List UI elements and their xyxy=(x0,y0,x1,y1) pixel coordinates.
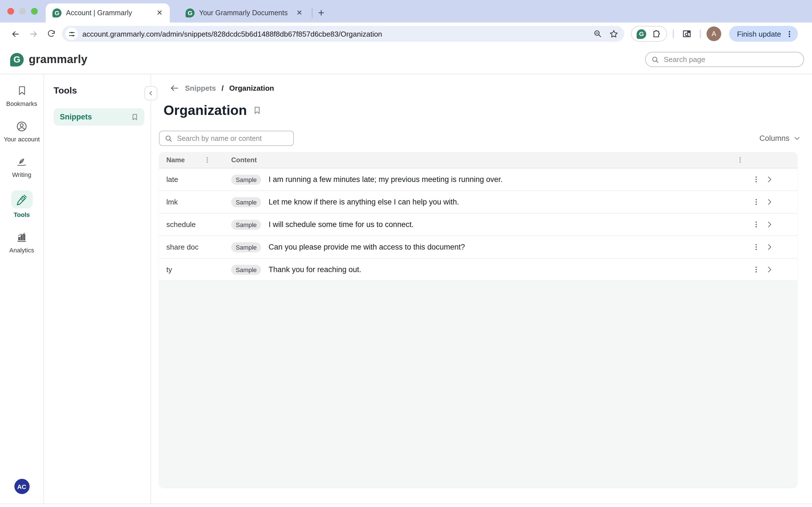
snippet-content: I will schedule some time for us to conn… xyxy=(269,220,752,229)
table-row[interactable]: ty Sample Thank you for reaching out. xyxy=(159,259,797,281)
collapse-panel-button[interactable] xyxy=(144,86,157,100)
screen: G Account | Grammarly ✕ G Your Grammarly… xyxy=(0,0,812,507)
back-arrow-icon[interactable] xyxy=(170,83,179,93)
extensions-puzzle-icon[interactable] xyxy=(652,29,661,39)
column-header-content[interactable]: Content xyxy=(231,156,737,164)
chevron-right-icon[interactable] xyxy=(765,243,774,251)
tab-account-grammarly[interactable]: G Account | Grammarly ✕ xyxy=(46,3,170,22)
row-menu-kebab-icon[interactable] xyxy=(752,220,760,229)
tab-title: Account | Grammarly xyxy=(66,9,151,17)
grammarly-favicon: G xyxy=(186,8,195,17)
chevron-right-icon[interactable] xyxy=(765,198,774,206)
tools-panel-title: Tools xyxy=(54,86,144,96)
toolbar-separator xyxy=(673,29,674,38)
table-row[interactable]: schedule Sample I will schedule some tim… xyxy=(159,214,797,236)
fullscreen-window-button[interactable] xyxy=(31,8,38,15)
browser-profile-avatar[interactable]: A xyxy=(707,26,721,41)
row-menu-kebab-icon[interactable] xyxy=(752,198,760,206)
sidebar-item-bookmarks[interactable]: Bookmarks xyxy=(0,84,43,107)
column-header-name[interactable]: Name xyxy=(159,156,204,164)
search-icon xyxy=(651,55,659,63)
reload-button[interactable] xyxy=(44,26,59,41)
sample-badge: Sample xyxy=(231,265,261,275)
site-info-icon[interactable] xyxy=(65,27,78,40)
grammarly-header: G grammarly xyxy=(0,45,812,74)
bookmark-star-icon[interactable] xyxy=(609,29,619,39)
sample-badge: Sample xyxy=(231,197,261,207)
snippet-name: schedule xyxy=(159,220,231,229)
table-row[interactable]: lmk Sample Let me know if there is anyth… xyxy=(159,191,797,214)
columns-dropdown[interactable]: Columns xyxy=(759,134,801,143)
sidebar-item-label: Your account xyxy=(4,136,40,143)
sidebar-item-tools[interactable]: Tools xyxy=(0,190,43,218)
url-text[interactable]: account.grammarly.com/admin/snippets/828… xyxy=(82,30,589,38)
grammarly-extension-icon[interactable]: G xyxy=(637,29,646,39)
panel-item-label: Snippets xyxy=(60,113,92,121)
table-menu-kebab-icon[interactable] xyxy=(737,156,744,164)
minimize-window-button[interactable] xyxy=(19,8,26,15)
sidebar-item-analytics[interactable]: Analytics xyxy=(0,230,43,253)
page-search-box[interactable] xyxy=(645,52,804,67)
close-tab-icon[interactable]: ✕ xyxy=(295,8,304,17)
table-search-input[interactable] xyxy=(177,134,288,142)
page-search-input[interactable] xyxy=(664,55,798,64)
snippet-content: Let me know if there is anything else I … xyxy=(269,198,752,206)
bookmark-page-icon[interactable] xyxy=(253,106,262,115)
tab-divider xyxy=(312,8,312,18)
browser-toolbar: account.grammarly.com/admin/snippets/828… xyxy=(0,22,812,45)
forward-button[interactable] xyxy=(26,26,41,41)
window-controls[interactable] xyxy=(7,8,38,15)
left-icon-rail: Bookmarks Your account Writing Tools xyxy=(0,74,44,504)
tab-your-grammarly-documents[interactable]: G Your Grammarly Documents ✕ xyxy=(179,3,310,22)
chevron-right-icon[interactable] xyxy=(765,175,774,184)
new-tab-button[interactable]: + xyxy=(316,7,326,19)
finish-update-button[interactable]: Finish update xyxy=(729,26,798,42)
table-header-row: Name Content xyxy=(159,152,797,168)
row-menu-kebab-icon[interactable] xyxy=(752,243,760,251)
table-empty-area xyxy=(159,281,797,487)
sample-badge: Sample xyxy=(231,242,261,252)
sidebar-item-your-account[interactable]: Your account xyxy=(0,119,43,143)
row-menu-kebab-icon[interactable] xyxy=(752,265,760,274)
bookmark-icon xyxy=(15,84,29,98)
sidebar-item-label: Bookmarks xyxy=(6,100,37,107)
grammarly-wordmark: grammarly xyxy=(29,53,87,66)
tools-icon xyxy=(11,190,33,209)
sidebar-item-label: Writing xyxy=(12,171,31,178)
back-button[interactable] xyxy=(8,26,22,41)
search-tabs-icon[interactable] xyxy=(679,26,694,41)
chevron-right-icon[interactable] xyxy=(765,220,774,229)
address-bar[interactable]: account.grammarly.com/admin/snippets/828… xyxy=(62,26,624,42)
sidebar-item-writing[interactable]: Writing xyxy=(0,155,43,178)
table-row[interactable]: late Sample I am running a few minutes l… xyxy=(159,168,797,191)
chevron-left-icon xyxy=(148,90,154,96)
extensions-pill: G xyxy=(631,26,667,42)
sample-badge: Sample xyxy=(231,219,261,230)
zoom-out-icon[interactable] xyxy=(593,29,602,38)
grammarly-logo-icon[interactable]: G xyxy=(10,53,24,66)
close-tab-icon[interactable]: ✕ xyxy=(155,8,164,17)
snippet-name: ty xyxy=(159,265,231,274)
chevron-right-icon[interactable] xyxy=(765,265,774,274)
breadcrumb: Snippets / Organization xyxy=(170,83,805,93)
breadcrumb-parent[interactable]: Snippets xyxy=(185,84,216,93)
chevron-down-icon xyxy=(794,135,801,142)
chrome-menu-kebab-icon[interactable] xyxy=(785,30,794,38)
breadcrumb-current: Organization xyxy=(229,84,274,93)
user-avatar[interactable]: AC xyxy=(14,479,29,494)
sample-badge: Sample xyxy=(231,174,261,184)
close-window-button[interactable] xyxy=(7,8,14,15)
panel-item-snippets[interactable]: Snippets xyxy=(54,108,144,126)
bookmark-icon[interactable] xyxy=(131,113,139,121)
tab-title: Your Grammarly Documents xyxy=(199,9,290,17)
row-menu-kebab-icon[interactable] xyxy=(752,175,760,184)
breadcrumb-separator: / xyxy=(221,84,223,93)
writing-icon xyxy=(15,155,29,168)
main-content: Snippets / Organization Organization Col… xyxy=(151,74,812,504)
column-menu-kebab-icon[interactable] xyxy=(204,156,211,164)
analytics-icon xyxy=(15,230,29,244)
page-title: Organization xyxy=(163,103,247,118)
table-row[interactable]: share doc Sample Can you please provide … xyxy=(159,236,797,259)
grammarly-favicon: G xyxy=(52,8,61,17)
table-search-box[interactable] xyxy=(159,131,294,146)
